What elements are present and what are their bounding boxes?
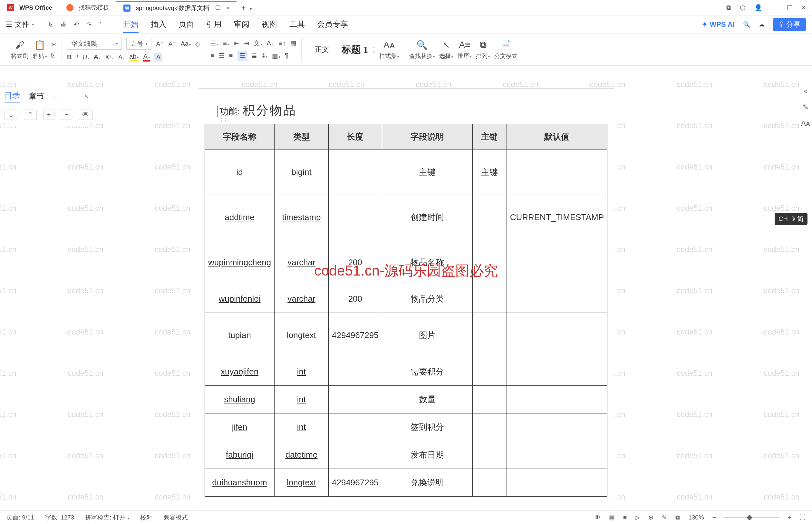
tab-app[interactable]: W WPS Office — [0, 1, 59, 15]
table-cell[interactable]: timestamp — [275, 195, 329, 240]
table-cell[interactable]: 物品名称 — [382, 240, 473, 285]
window-minimize[interactable]: — — [772, 4, 778, 11]
zoom-slider[interactable] — [724, 517, 779, 518]
table-cell[interactable] — [329, 386, 382, 413]
cloud-upload-icon[interactable]: ☁ — [759, 21, 764, 28]
line-spacing-icon[interactable]: ≡↕ — [279, 39, 286, 47]
rv-style-icon[interactable]: Aᴀ — [801, 119, 810, 128]
table-cell[interactable]: xuyaojifen — [205, 358, 275, 386]
table-cell[interactable]: 4294967295 — [329, 313, 382, 358]
window-close[interactable]: × — [802, 4, 806, 11]
table-cell[interactable] — [329, 358, 382, 386]
font-size-select[interactable]: 五号▾ — [126, 38, 151, 50]
font-grow-icon[interactable]: A⁺ — [156, 40, 164, 48]
clear-format-icon[interactable]: ◇ — [195, 40, 200, 48]
table-cell[interactable]: longtext — [275, 313, 329, 358]
align-right-icon[interactable]: ≡ — [229, 52, 233, 59]
window-maximize[interactable]: ☐ — [787, 4, 793, 12]
stylesets-button[interactable]: Aᴀ样式集▾ — [379, 39, 399, 60]
status-spell[interactable]: 拼写检查: 打开 ▾ — [85, 513, 129, 522]
share-button[interactable]: ⇪ 分享 — [773, 18, 806, 31]
table-cell[interactable] — [473, 441, 507, 469]
view-draft-icon[interactable]: ✎ — [662, 514, 667, 521]
table-cell[interactable]: 数量 — [382, 386, 473, 413]
table-cell[interactable]: 需要积分 — [382, 358, 473, 386]
highlight-icon[interactable]: ab▾ — [129, 53, 138, 62]
rv-expand-icon[interactable]: « — [803, 87, 808, 95]
rv-pencil-icon[interactable]: ✎ — [803, 103, 809, 112]
quickbar-caret[interactable]: ▾ — [100, 21, 101, 28]
table-row[interactable]: addtimetimestamp创建时间CURRENT_TIMESTAMP — [205, 195, 608, 240]
table-cell[interactable] — [473, 469, 507, 496]
nav-toggle-view[interactable]: 👁 — [79, 110, 93, 120]
paragraph-shading-icon[interactable]: ▥▾ — [272, 52, 280, 60]
font-color-icon[interactable]: A▾ — [143, 53, 150, 62]
table-cell[interactable]: 创建时间 — [382, 195, 473, 240]
table-cell[interactable]: faburiqi — [205, 441, 275, 469]
view-outline-icon[interactable]: ≡ — [623, 514, 627, 521]
tab-templates[interactable]: 找稻壳模板 — [59, 1, 116, 15]
table-cell[interactable] — [507, 358, 607, 386]
bullet-list-icon[interactable]: ☰▾ — [211, 39, 218, 47]
change-case-icon[interactable]: Aa▾ — [181, 40, 191, 47]
tab-add-button[interactable]: + ▾ — [236, 3, 256, 12]
shading-icon[interactable]: A — [154, 53, 162, 62]
copy-icon[interactable]: ⎘ — [51, 52, 55, 59]
table-cell[interactable]: 200 — [329, 285, 382, 313]
table-cell[interactable]: wupinmingcheng — [205, 240, 275, 285]
tab-close-button[interactable]: × — [227, 5, 230, 11]
align-left-icon[interactable]: ≡ — [211, 52, 214, 59]
bold-icon[interactable]: B — [67, 53, 71, 61]
zoom-out-button[interactable]: − — [712, 514, 716, 521]
table-cell[interactable] — [473, 386, 507, 413]
tab-start[interactable]: 开始 — [123, 16, 138, 33]
tab-add-caret[interactable]: ▾ — [250, 6, 252, 11]
sort-button[interactable]: A≡排序▾ — [458, 39, 471, 60]
borders-icon[interactable]: ▦ — [290, 39, 296, 47]
table-cell[interactable] — [507, 413, 607, 441]
tab-page[interactable]: 页面 — [179, 16, 194, 33]
nav-collapse-up[interactable]: ⌃ — [24, 110, 37, 120]
table-cell[interactable]: 图片 — [382, 313, 473, 358]
table-cell[interactable] — [329, 441, 382, 469]
zoom-knob[interactable] — [747, 515, 752, 520]
view-print-icon[interactable]: ▤ — [609, 514, 615, 521]
table-cell[interactable]: int — [275, 413, 329, 441]
table-cell[interactable]: addtime — [205, 195, 275, 240]
arrange-button[interactable]: ⧉排列▾ — [476, 39, 490, 60]
new-tab-icon[interactable]: ⎘ — [49, 21, 53, 28]
indent-icon[interactable]: ⇥ — [244, 39, 249, 47]
table-cell[interactable] — [507, 441, 607, 469]
table-cell[interactable]: duihuanshuom — [205, 469, 275, 496]
db-table[interactable]: 字段名称 类型 长度 字段说明 主键 默认值 idbigint主键主键addti… — [204, 124, 608, 496]
format-brush-button[interactable]: 🖌格式刷 — [11, 39, 28, 60]
distribute-icon[interactable]: ≣ — [252, 52, 257, 60]
table-cell[interactable] — [473, 240, 507, 285]
nav-add[interactable]: + — [43, 110, 54, 120]
table-cell[interactable]: wupinfenlei — [205, 285, 275, 313]
tab-ref[interactable]: 引用 — [206, 16, 222, 33]
table-cell[interactable] — [507, 386, 607, 413]
table-cell[interactable]: int — [275, 386, 329, 413]
tab-member[interactable]: 会员专享 — [317, 16, 348, 33]
nav-tab-toc[interactable]: 目录 — [4, 90, 20, 102]
table-cell[interactable] — [507, 469, 607, 496]
table-cell[interactable] — [473, 358, 507, 386]
table-cell[interactable] — [329, 150, 382, 195]
table-cell[interactable]: 4294967295 — [329, 469, 382, 496]
table-cell[interactable]: 签到积分 — [382, 413, 473, 441]
screen-icon[interactable]: 🖵 — [215, 5, 221, 11]
redo-icon[interactable]: ↷ — [86, 21, 92, 28]
table-row[interactable]: wupinmingchengvarchar200物品名称 — [205, 240, 608, 285]
table-cell[interactable]: jifen — [205, 413, 275, 441]
find-replace-button[interactable]: 🔍查找替换▾ — [409, 39, 435, 60]
view-pages-icon[interactable]: ⧉ — [675, 514, 680, 521]
page-grip-icon[interactable]: ⋮⋮⋮⋮ — [219, 111, 227, 123]
table-cell[interactable] — [507, 150, 607, 195]
table-cell[interactable] — [329, 413, 382, 441]
table-cell[interactable]: longtext — [275, 469, 329, 496]
table-cell[interactable]: id — [205, 150, 275, 195]
table-cell[interactable]: 主键 — [473, 150, 507, 195]
table-cell[interactable]: datetime — [275, 441, 329, 469]
text-effects-icon[interactable]: A▾ — [118, 53, 125, 61]
